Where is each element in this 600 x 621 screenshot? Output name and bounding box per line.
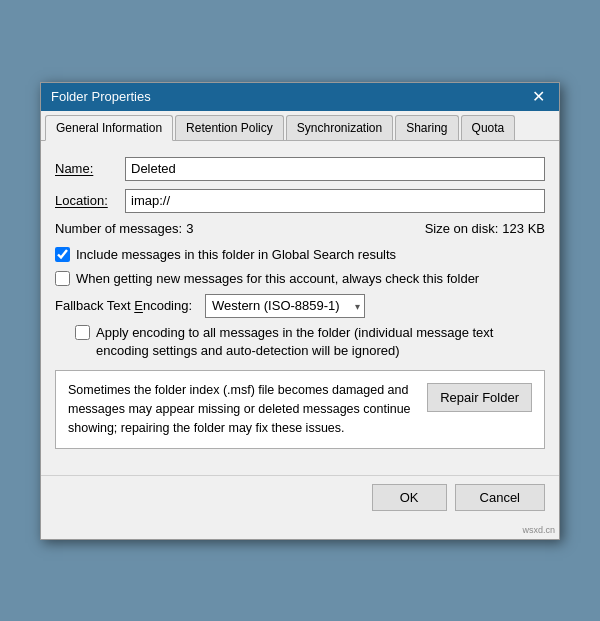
location-input[interactable] [125, 189, 545, 213]
repair-description: Sometimes the folder index (.msf) file b… [68, 381, 415, 437]
num-messages-label: Number of messages: [55, 221, 182, 236]
tab-sharing[interactable]: Sharing [395, 115, 458, 140]
new-messages-checkbox[interactable] [55, 271, 70, 286]
folder-properties-dialog: Folder Properties ✕ General Information … [40, 82, 560, 540]
tab-sync[interactable]: Synchronization [286, 115, 393, 140]
tab-quota[interactable]: Quota [461, 115, 516, 140]
watermark: wsxd.cn [41, 523, 559, 539]
repair-folder-button[interactable]: Repair Folder [427, 383, 532, 412]
num-messages-section: Number of messages: 3 [55, 221, 193, 236]
location-label: Location: [55, 193, 125, 208]
apply-encoding-checkbox[interactable] [75, 325, 90, 340]
encoding-label: Fallback Text Encoding: [55, 298, 205, 313]
global-search-checkbox[interactable] [55, 247, 70, 262]
size-on-disk-value: 123 KB [502, 221, 545, 236]
apply-encoding-label[interactable]: Apply encoding to all messages in the fo… [96, 324, 545, 360]
location-field-row: Location: [55, 189, 545, 213]
encoding-select[interactable]: Western (ISO-8859-1) UTF-8 UTF-16 [205, 294, 365, 318]
encoding-row: Fallback Text Encoding: Western (ISO-885… [55, 294, 545, 318]
tab-bar: General Information Retention Policy Syn… [41, 111, 559, 141]
close-button[interactable]: ✕ [528, 89, 549, 105]
num-messages-value: 3 [186, 221, 193, 236]
ok-button[interactable]: OK [372, 484, 447, 511]
global-search-checkbox-row: Include messages in this folder in Globa… [55, 246, 545, 264]
apply-encoding-checkbox-row: Apply encoding to all messages in the fo… [75, 324, 545, 360]
button-row: OK Cancel [41, 475, 559, 523]
size-on-disk-section: Size on disk: 123 KB [425, 221, 545, 236]
info-row: Number of messages: 3 Size on disk: 123 … [55, 221, 545, 236]
name-input[interactable] [125, 157, 545, 181]
tab-retention[interactable]: Retention Policy [175, 115, 284, 140]
cancel-button[interactable]: Cancel [455, 484, 545, 511]
new-messages-checkbox-row: When getting new messages for this accou… [55, 270, 545, 288]
name-field-row: Name: [55, 157, 545, 181]
name-label: Name: [55, 161, 125, 176]
global-search-label[interactable]: Include messages in this folder in Globa… [76, 246, 396, 264]
tab-content: Name: Location: Number of messages: 3 Si… [41, 141, 559, 475]
new-messages-label[interactable]: When getting new messages for this accou… [76, 270, 479, 288]
size-on-disk-label: Size on disk: [425, 221, 499, 236]
repair-section: Sometimes the folder index (.msf) file b… [55, 370, 545, 448]
title-bar: Folder Properties ✕ [41, 83, 559, 111]
dialog-title: Folder Properties [51, 89, 151, 104]
encoding-select-wrap: Western (ISO-8859-1) UTF-8 UTF-16 ▾ [205, 294, 365, 318]
tab-general[interactable]: General Information [45, 115, 173, 141]
